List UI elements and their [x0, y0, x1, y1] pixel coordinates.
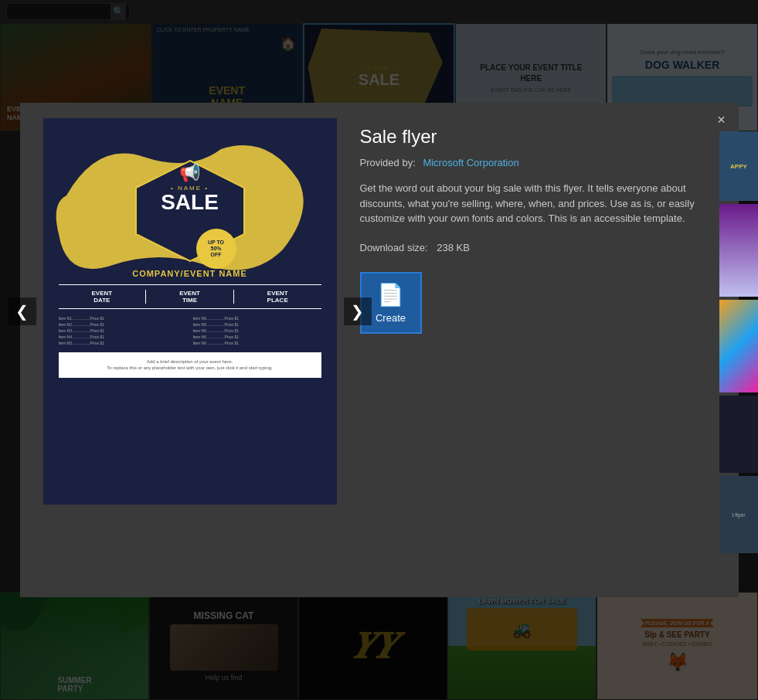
flyer-event-place: EVENTPLACE — [234, 290, 321, 304]
download-size: 238 KB — [437, 242, 470, 253]
right-side-panels: APPY t flyer — [719, 131, 758, 553]
modal-dialog: × ❮ — [20, 103, 739, 597]
create-icon: 📄 — [377, 282, 404, 308]
preview-area: ❮ 📢 • NAME • — [43, 118, 337, 505]
flyer-discount-text: UP TO 50% OFF — [208, 240, 224, 257]
modal-content: ❮ 📢 • NAME • — [20, 103, 739, 597]
flyer-items-col1: Item N1.................Price $1 Item N2… — [59, 315, 187, 346]
rsp-colorful-panel[interactable] — [719, 300, 758, 392]
flyer-megaphone-icon: 📢 — [161, 163, 219, 183]
modal-description: Get the word out about your big sale wit… — [360, 181, 716, 226]
flyer-description-box: Add a brief description of your event he… — [59, 352, 321, 378]
nav-arrow-left[interactable]: ❮ — [8, 297, 36, 325]
flyer-items-list: Item N1.................Price $1 Item N2… — [59, 315, 321, 346]
info-panel: Sale flyer Provided by: Microsoft Corpor… — [360, 118, 716, 334]
download-label: Download size: — [360, 242, 428, 253]
flyer-preview: 📢 • NAME • SALE UP TO 50% OFF — [43, 118, 337, 505]
flyer-items-col2: Item N6.................Price $1 Item N6… — [193, 315, 321, 346]
flyer-sale-text: SALE — [161, 192, 219, 213]
provider-name: Microsoft Corporation — [423, 157, 518, 168]
flyer-event-date: EVENTDATE — [59, 290, 147, 304]
rsp-happy-panel[interactable]: APPY — [719, 131, 758, 201]
download-size-row: Download size: 238 KB — [360, 242, 716, 253]
flyer-discount-badge: UP TO 50% OFF — [196, 229, 236, 269]
modal-overlay: APPY t flyer × ❮ — [0, 0, 758, 700]
nav-arrow-right[interactable]: ❯ — [344, 297, 372, 325]
flyer-event-time: EVENTTIME — [146, 290, 234, 304]
modal-title: Sale flyer — [360, 126, 716, 148]
rsp-last-text: t flyer — [732, 512, 745, 518]
flyer-hexagon: 📢 • NAME • SALE UP TO 50% OFF — [121, 149, 260, 273]
rsp-dark-panel[interactable] — [719, 396, 758, 473]
provider-row: Provided by: Microsoft Corporation — [360, 157, 716, 168]
rsp-last-panel[interactable]: t flyer — [719, 476, 758, 553]
modal-close-button[interactable]: × — [711, 109, 733, 131]
provider-label: Provided by: — [360, 157, 416, 168]
rsp-purple-panel[interactable] — [719, 204, 758, 297]
rsp-happy-text: APPY — [730, 163, 747, 170]
create-label: Create — [376, 312, 406, 324]
